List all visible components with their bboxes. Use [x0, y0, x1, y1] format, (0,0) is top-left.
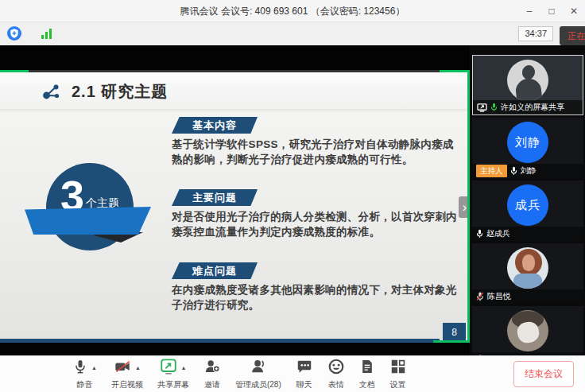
participant-name-bar: 许如义的屏幕共享 [473, 100, 583, 114]
slide-page-number: 8 [443, 323, 466, 341]
share-screen-button[interactable]: ▲ 共享屏幕 [152, 359, 195, 390]
meeting-timer: 34:37 [518, 26, 553, 41]
share-border-segment [440, 70, 470, 72]
window-title: 腾讯会议 会议号: 409 693 601 （会议密码: 123456） [0, 0, 585, 22]
participant-name-bar: 陈昌悦 [472, 289, 583, 304]
chat-icon [296, 358, 313, 378]
status-bar: 34:37 正在 [0, 22, 585, 45]
slide-title: 2.1 研究主题 [72, 72, 168, 109]
tencent-meeting-window: 腾讯会议 会议号: 409 693 601 （会议密码: 123456） – □… [0, 0, 585, 392]
invite-icon [203, 358, 221, 378]
section-label-basic: 基本内容 [172, 117, 258, 134]
mic-on-icon [490, 103, 498, 112]
mute-button[interactable]: ▲ 静音 [67, 359, 103, 390]
section-label-main-question: 主要问题 [172, 189, 258, 206]
invite-button[interactable]: 邀请 [198, 359, 227, 390]
avatar-initials: 刘静 [507, 122, 548, 163]
participant-name: 赵成兵 [486, 228, 510, 239]
avatar-photo [507, 247, 548, 289]
presentation-slide: 2.1 研究主题 3 个主题 基本内容 基于统计学软件SPSS，研究光子治疗对自… [0, 72, 467, 343]
participant-name: 刘静 [521, 165, 537, 177]
mic-muted-icon [476, 292, 484, 301]
section-text-basic: 基于统计学软件SPSS，研究光子治疗对自体动静脉内瘘成熟的影响，判断光子治疗促进… [172, 137, 459, 167]
meeting-toolbar: ▲ 静音 ▲ 开启视频 ▲ 共享屏幕 [0, 355, 585, 392]
titlebar: 腾讯会议 会议号: 409 693 601 （会议密码: 123456） – □… [0, 0, 585, 22]
window-controls: – □ ✕ [525, 0, 579, 22]
video-options-caret[interactable]: ▲ [135, 365, 141, 371]
participant-name: 许如义的屏幕共享 [501, 102, 564, 113]
documents-button[interactable]: 文档 [354, 359, 381, 390]
mic-on-icon [510, 166, 517, 176]
participant-tile-zhaochengbing[interactable]: 成兵 赵成兵 [472, 180, 583, 241]
camera-off-icon [114, 358, 132, 378]
settings-icon [389, 358, 407, 378]
screen-share-mini-icon [477, 103, 487, 112]
minimize-button[interactable]: – [525, 6, 534, 17]
participants-sidebar: 许如义的屏幕共享 刘静 主持人 刘静 成兵 赵成兵 [470, 45, 585, 355]
share-options-caret[interactable]: ▲ [180, 365, 186, 371]
security-shield-icon[interactable] [7, 26, 21, 41]
sharing-status-badge[interactable]: 正在 [560, 26, 585, 45]
section-text-main-question: 对是否使用光子治疗的病人分类检测、分析，以首次穿刺内瘘泵控血流量作为判定内瘘成熟… [172, 209, 459, 239]
manage-members-button[interactable]: 管理成员(28) [230, 359, 287, 390]
section-text-difficulty: 在内瘘成熟度受诸多其他因素影响的情况下，对主体对象光子治疗进行研究。 [172, 282, 459, 312]
avatar-initials: 成兵 [507, 184, 548, 226]
mute-options-caret[interactable]: ▲ [91, 365, 97, 371]
participant-name-bar: 主持人 刘静 [472, 164, 583, 178]
close-button[interactable]: ✕ [569, 6, 579, 17]
share-border-segment [29, 70, 440, 72]
participant-tile-screen-share[interactable]: 许如义的屏幕共享 [472, 55, 583, 115]
maximize-button[interactable]: □ [547, 6, 556, 17]
document-icon [359, 358, 375, 378]
end-meeting-button[interactable]: 结束会议 [513, 361, 574, 387]
participant-tile-masked[interactable] [472, 306, 583, 355]
molecule-icon [41, 81, 62, 102]
members-icon [250, 358, 267, 378]
mic-on-icon [476, 229, 483, 239]
share-border-segment [467, 70, 470, 343]
slide-footer-bar [0, 339, 440, 343]
avatar-silhouette [507, 60, 548, 101]
network-signal-icon[interactable] [41, 28, 54, 39]
participant-tile-chenchangyue[interactable]: 陈昌悦 [472, 243, 583, 304]
host-badge: 主持人 [476, 165, 507, 177]
start-video-button[interactable]: ▲ 开启视频 [106, 359, 149, 390]
chat-button[interactable]: 聊天 [290, 359, 319, 390]
share-screen-icon [160, 358, 177, 378]
avatar-photo [507, 310, 548, 351]
shared-screen-area: 2.1 研究主题 3 个主题 基本内容 基于统计学软件SPSS，研究光子治疗对自… [0, 45, 470, 355]
blue-banner-ribbon [25, 207, 151, 235]
emoji-button[interactable]: 表情 [322, 359, 351, 390]
slide-next-arrow: › [459, 196, 467, 218]
participant-name-bar: 赵成兵 [472, 227, 583, 241]
participant-tile-liujing[interactable]: 刘静 主持人 刘静 [472, 118, 583, 178]
emoji-icon [327, 358, 345, 378]
microphone-icon [72, 358, 88, 378]
slide-header: 2.1 研究主题 [0, 72, 467, 109]
participant-name: 陈昌悦 [487, 291, 511, 302]
share-border-segment [433, 340, 470, 343]
settings-button[interactable]: 设置 [384, 359, 413, 390]
share-border-segment [0, 70, 29, 72]
section-label-difficulty: 难点问题 [172, 262, 258, 279]
